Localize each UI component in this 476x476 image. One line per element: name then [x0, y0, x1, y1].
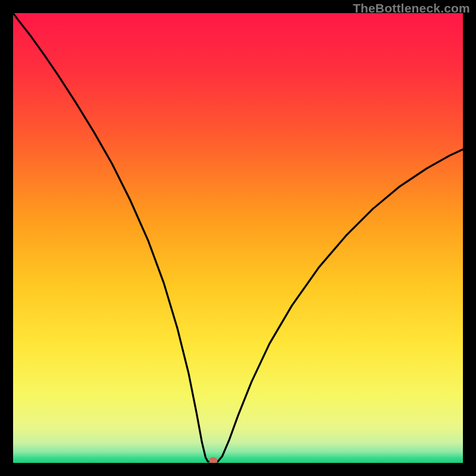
plot-svg	[13, 13, 463, 463]
plot-area	[13, 13, 463, 463]
chart-frame: TheBottleneck.com	[0, 0, 476, 476]
gradient-background	[13, 13, 463, 463]
